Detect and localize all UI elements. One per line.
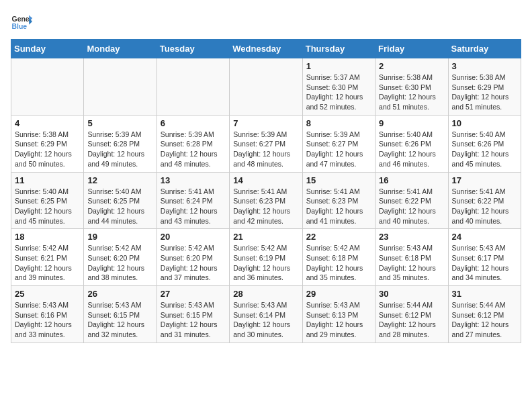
day-number: 27 xyxy=(161,289,226,299)
day-cell: 6Sunrise: 5:39 AMSunset: 6:28 PMDaylight… xyxy=(157,115,229,172)
day-cell: 21Sunrise: 5:42 AMSunset: 6:19 PMDayligh… xyxy=(230,229,302,286)
day-cell: 29Sunrise: 5:43 AMSunset: 6:13 PMDayligh… xyxy=(302,286,375,343)
weekday-header-tuesday: Tuesday xyxy=(157,40,229,58)
day-number: 24 xyxy=(452,232,517,242)
day-info: Sunrise: 5:39 AMSunset: 6:27 PMDaylight:… xyxy=(306,130,371,169)
day-number: 23 xyxy=(379,232,444,242)
day-cell xyxy=(11,58,84,116)
week-row-5: 25Sunrise: 5:43 AMSunset: 6:16 PMDayligh… xyxy=(11,286,521,343)
day-number: 31 xyxy=(452,289,517,299)
day-number: 19 xyxy=(87,232,152,242)
day-cell: 13Sunrise: 5:41 AMSunset: 6:24 PMDayligh… xyxy=(157,172,229,229)
day-cell: 19Sunrise: 5:42 AMSunset: 6:20 PMDayligh… xyxy=(84,229,157,286)
day-cell: 23Sunrise: 5:43 AMSunset: 6:18 PMDayligh… xyxy=(375,229,448,286)
day-cell: 16Sunrise: 5:41 AMSunset: 6:22 PMDayligh… xyxy=(375,172,448,229)
day-number: 10 xyxy=(452,118,517,128)
day-cell: 26Sunrise: 5:43 AMSunset: 6:15 PMDayligh… xyxy=(84,286,157,343)
day-info: Sunrise: 5:38 AMSunset: 6:30 PMDaylight:… xyxy=(379,73,444,112)
day-number: 11 xyxy=(15,175,80,185)
day-cell: 4Sunrise: 5:38 AMSunset: 6:29 PMDaylight… xyxy=(11,115,84,172)
logo: General Blue xyxy=(11,11,35,32)
day-info: Sunrise: 5:39 AMSunset: 6:27 PMDaylight:… xyxy=(233,130,298,169)
day-info: Sunrise: 5:43 AMSunset: 6:15 PMDaylight:… xyxy=(87,300,152,340)
day-info: Sunrise: 5:39 AMSunset: 6:28 PMDaylight:… xyxy=(161,130,226,169)
day-number: 6 xyxy=(161,118,226,128)
day-info: Sunrise: 5:41 AMSunset: 6:23 PMDaylight:… xyxy=(306,187,371,226)
day-info: Sunrise: 5:43 AMSunset: 6:15 PMDaylight:… xyxy=(161,300,226,340)
day-info: Sunrise: 5:43 AMSunset: 6:18 PMDaylight:… xyxy=(379,243,444,283)
day-number: 5 xyxy=(87,118,152,128)
day-cell: 30Sunrise: 5:44 AMSunset: 6:12 PMDayligh… xyxy=(375,286,448,343)
day-info: Sunrise: 5:42 AMSunset: 6:19 PMDaylight:… xyxy=(233,243,298,283)
day-cell: 8Sunrise: 5:39 AMSunset: 6:27 PMDaylight… xyxy=(302,115,375,172)
day-cell: 18Sunrise: 5:42 AMSunset: 6:21 PMDayligh… xyxy=(11,229,84,286)
day-cell: 7Sunrise: 5:39 AMSunset: 6:27 PMDaylight… xyxy=(230,115,302,172)
weekday-header-thursday: Thursday xyxy=(302,40,375,58)
day-number: 9 xyxy=(379,118,444,128)
day-cell: 1Sunrise: 5:37 AMSunset: 6:30 PMDaylight… xyxy=(302,58,375,116)
day-number: 3 xyxy=(452,61,517,71)
day-number: 12 xyxy=(87,175,152,185)
day-cell xyxy=(230,58,302,116)
weekday-header-row: SundayMondayTuesdayWednesdayThursdayFrid… xyxy=(11,40,521,58)
day-number: 4 xyxy=(15,118,80,128)
day-info: Sunrise: 5:42 AMSunset: 6:20 PMDaylight:… xyxy=(87,243,152,283)
day-cell: 2Sunrise: 5:38 AMSunset: 6:30 PMDaylight… xyxy=(375,58,448,116)
day-cell: 10Sunrise: 5:40 AMSunset: 6:26 PMDayligh… xyxy=(448,115,521,172)
calendar-table: SundayMondayTuesdayWednesdayThursdayFrid… xyxy=(11,39,521,343)
day-cell: 12Sunrise: 5:40 AMSunset: 6:25 PMDayligh… xyxy=(84,172,157,229)
day-cell xyxy=(157,58,229,116)
day-info: Sunrise: 5:40 AMSunset: 6:26 PMDaylight:… xyxy=(452,130,517,169)
day-number: 2 xyxy=(379,61,444,71)
day-number: 21 xyxy=(233,232,298,242)
day-info: Sunrise: 5:40 AMSunset: 6:25 PMDaylight:… xyxy=(87,187,152,226)
day-number: 28 xyxy=(233,289,298,299)
day-info: Sunrise: 5:39 AMSunset: 6:28 PMDaylight:… xyxy=(87,130,152,169)
day-cell: 24Sunrise: 5:43 AMSunset: 6:17 PMDayligh… xyxy=(448,229,521,286)
day-info: Sunrise: 5:42 AMSunset: 6:20 PMDaylight:… xyxy=(161,243,226,283)
day-number: 15 xyxy=(306,175,371,185)
day-info: Sunrise: 5:43 AMSunset: 6:16 PMDaylight:… xyxy=(15,300,80,340)
day-cell: 5Sunrise: 5:39 AMSunset: 6:28 PMDaylight… xyxy=(84,115,157,172)
day-number: 22 xyxy=(306,232,371,242)
day-number: 16 xyxy=(379,175,444,185)
page-header: General Blue xyxy=(11,11,521,32)
day-info: Sunrise: 5:41 AMSunset: 6:24 PMDaylight:… xyxy=(161,187,226,226)
day-info: Sunrise: 5:37 AMSunset: 6:30 PMDaylight:… xyxy=(306,73,371,112)
day-number: 29 xyxy=(306,289,371,299)
day-number: 14 xyxy=(233,175,298,185)
week-row-1: 1Sunrise: 5:37 AMSunset: 6:30 PMDaylight… xyxy=(11,58,521,116)
day-info: Sunrise: 5:41 AMSunset: 6:22 PMDaylight:… xyxy=(452,187,517,226)
day-cell: 20Sunrise: 5:42 AMSunset: 6:20 PMDayligh… xyxy=(157,229,229,286)
day-info: Sunrise: 5:38 AMSunset: 6:29 PMDaylight:… xyxy=(15,130,80,169)
week-row-4: 18Sunrise: 5:42 AMSunset: 6:21 PMDayligh… xyxy=(11,229,521,286)
day-cell: 17Sunrise: 5:41 AMSunset: 6:22 PMDayligh… xyxy=(448,172,521,229)
day-info: Sunrise: 5:40 AMSunset: 6:26 PMDaylight:… xyxy=(379,130,444,169)
day-cell: 9Sunrise: 5:40 AMSunset: 6:26 PMDaylight… xyxy=(375,115,448,172)
day-info: Sunrise: 5:42 AMSunset: 6:21 PMDaylight:… xyxy=(15,243,80,283)
day-number: 13 xyxy=(161,175,226,185)
day-cell: 15Sunrise: 5:41 AMSunset: 6:23 PMDayligh… xyxy=(302,172,375,229)
day-cell: 31Sunrise: 5:44 AMSunset: 6:12 PMDayligh… xyxy=(448,286,521,343)
day-info: Sunrise: 5:40 AMSunset: 6:25 PMDaylight:… xyxy=(15,187,80,226)
day-info: Sunrise: 5:38 AMSunset: 6:29 PMDaylight:… xyxy=(452,73,517,112)
day-cell: 11Sunrise: 5:40 AMSunset: 6:25 PMDayligh… xyxy=(11,172,84,229)
weekday-header-sunday: Sunday xyxy=(11,40,84,58)
svg-text:Blue: Blue xyxy=(12,23,28,30)
day-info: Sunrise: 5:43 AMSunset: 6:13 PMDaylight:… xyxy=(306,300,371,340)
day-info: Sunrise: 5:42 AMSunset: 6:18 PMDaylight:… xyxy=(306,243,371,283)
day-number: 20 xyxy=(161,232,226,242)
day-info: Sunrise: 5:41 AMSunset: 6:23 PMDaylight:… xyxy=(233,187,298,226)
day-number: 1 xyxy=(306,61,371,71)
day-cell: 25Sunrise: 5:43 AMSunset: 6:16 PMDayligh… xyxy=(11,286,84,343)
day-info: Sunrise: 5:44 AMSunset: 6:12 PMDaylight:… xyxy=(379,300,444,340)
day-cell: 28Sunrise: 5:43 AMSunset: 6:14 PMDayligh… xyxy=(230,286,302,343)
week-row-2: 4Sunrise: 5:38 AMSunset: 6:29 PMDaylight… xyxy=(11,115,521,172)
day-number: 25 xyxy=(15,289,80,299)
day-number: 30 xyxy=(379,289,444,299)
weekday-header-friday: Friday xyxy=(375,40,448,58)
day-cell: 27Sunrise: 5:43 AMSunset: 6:15 PMDayligh… xyxy=(157,286,229,343)
weekday-header-saturday: Saturday xyxy=(448,40,521,58)
day-number: 7 xyxy=(233,118,298,128)
day-cell: 3Sunrise: 5:38 AMSunset: 6:29 PMDaylight… xyxy=(448,58,521,116)
